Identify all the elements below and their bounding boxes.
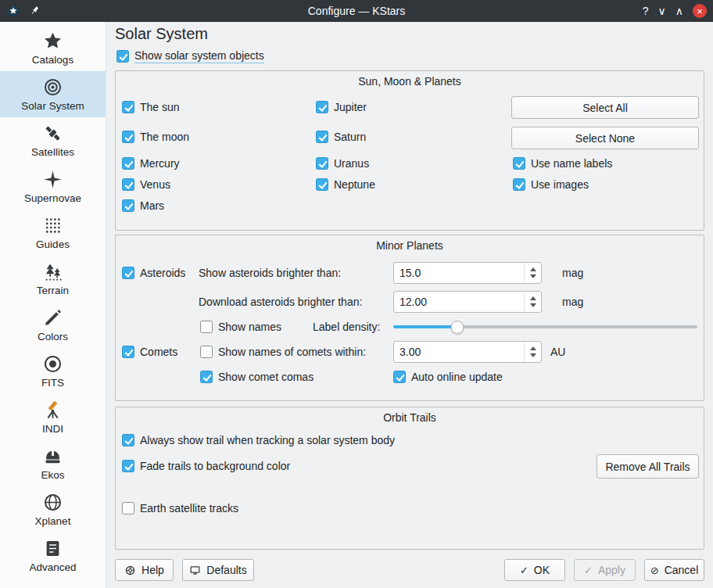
spin-up-arrow[interactable] — [530, 267, 536, 271]
globe-icon — [42, 492, 63, 513]
checkbox-indicator[interactable] — [122, 267, 134, 279]
checkbox-indicator[interactable] — [200, 371, 213, 383]
window-title: Configure — KStars — [0, 5, 713, 17]
download-magnitude-spinbox[interactable]: 12.00 — [393, 291, 542, 313]
asteroid-magnitude-spinbox[interactable]: 15.0 — [393, 262, 542, 284]
show-comet-comas-checkbox[interactable]: Show comet comas — [200, 368, 314, 385]
sidebar-item-guides[interactable]: Guides — [0, 210, 106, 256]
checkbox-indicator[interactable] — [122, 101, 134, 113]
label-density-slider[interactable] — [393, 320, 697, 334]
check-icon: ✓ — [584, 565, 593, 575]
jupiter-checkbox[interactable]: Jupiter — [316, 99, 367, 116]
lens-icon — [42, 353, 63, 375]
mercury-checkbox[interactable]: Mercury — [122, 155, 180, 172]
remove-all-trails-button[interactable]: Remove All Trails — [597, 454, 699, 479]
supernova-icon — [42, 169, 63, 190]
checkbox-indicator[interactable] — [116, 50, 129, 63]
spin-down-arrow[interactable] — [530, 303, 536, 307]
spin-up-arrow[interactable] — [530, 296, 536, 300]
group-title: Minor Planets — [116, 239, 704, 252]
neptune-checkbox[interactable]: Neptune — [316, 176, 375, 193]
sidebar-item-advanced[interactable]: Advanced — [0, 532, 106, 579]
slider-fill — [393, 325, 457, 328]
group-title: Sun, Moon & Planets — [116, 75, 704, 88]
checkbox-indicator[interactable] — [122, 346, 134, 358]
select-all-button[interactable]: Select All — [511, 96, 699, 119]
checkbox-indicator[interactable] — [393, 371, 406, 383]
mag-unit-label: mag — [562, 293, 583, 310]
pin-icon[interactable] — [28, 5, 41, 17]
earth-satellite-tracks-checkbox[interactable]: Earth satellite tracks — [122, 500, 238, 517]
telescope-icon — [42, 400, 63, 421]
checkbox-indicator[interactable] — [316, 101, 328, 113]
comets-checkbox[interactable]: Comets — [122, 343, 177, 360]
checkbox-indicator[interactable] — [316, 131, 328, 143]
solar-system-page: Solar System Show solar system objects S… — [106, 22, 713, 588]
select-none-button[interactable]: Select None — [511, 127, 699, 149]
sidebar-item-catalogs[interactable]: Catalogs — [0, 25, 106, 71]
orbit-trails-group: Orbit Trails Always show trail when trac… — [115, 407, 704, 550]
always-show-trail-checkbox[interactable]: Always show trail when tracking a solar … — [122, 432, 395, 449]
ok-button[interactable]: ✓ OK — [504, 559, 565, 581]
the-sun-checkbox[interactable]: The sun — [122, 99, 180, 116]
sidebar-item-solar-system[interactable]: Solar System — [0, 71, 106, 117]
defaults-button[interactable]: Defaults — [182, 559, 254, 581]
context-help-button[interactable]: ? — [643, 5, 649, 16]
checkbox-indicator[interactable] — [316, 178, 328, 191]
sidebar-item-satellites[interactable]: Satellites — [0, 117, 106, 163]
mars-checkbox[interactable]: Mars — [122, 197, 164, 214]
dotted-guides-icon — [42, 215, 63, 236]
show-names-checkbox[interactable]: Show names — [200, 318, 281, 335]
asteroids-checkbox[interactable]: Asteroids — [122, 264, 185, 281]
checkbox-indicator[interactable] — [122, 131, 134, 143]
slider-handle[interactable] — [450, 321, 464, 334]
titlebar: Configure — KStars ? ∨ ∧ × — [0, 0, 713, 22]
the-moon-checkbox[interactable]: The moon — [122, 128, 189, 145]
spin-down-arrow[interactable] — [530, 274, 536, 278]
saturn-checkbox[interactable]: Saturn — [316, 128, 366, 145]
checkbox-indicator[interactable] — [316, 157, 328, 170]
checkbox-indicator[interactable] — [200, 346, 213, 358]
cancel-icon: ⊘ — [650, 565, 659, 575]
show-solar-system-objects-checkbox[interactable]: Show solar system objects — [116, 48, 264, 65]
sidebar-item-ekos[interactable]: Ekos — [0, 440, 106, 486]
checkbox-indicator[interactable] — [122, 178, 134, 191]
minor-planets-group: Minor Planets Asteroids Show asteroids b… — [115, 235, 704, 401]
checkbox-indicator[interactable] — [122, 502, 134, 514]
sidebar-item-indi[interactable]: INDI — [0, 394, 106, 440]
sidebar-item-supernovae[interactable]: Supernovae — [0, 163, 106, 210]
spin-down-arrow[interactable] — [530, 353, 536, 357]
checkbox-indicator[interactable] — [122, 434, 134, 446]
auto-online-update-checkbox[interactable]: Auto online update — [393, 368, 503, 385]
au-unit-label: AU — [550, 343, 565, 360]
checkbox-indicator[interactable] — [122, 460, 134, 472]
settings-sidebar: Catalogs Solar System Satellites Superno… — [0, 22, 106, 588]
apply-button[interactable]: ✓ Apply — [574, 559, 636, 581]
cancel-button[interactable]: ⊘ Cancel — [644, 559, 704, 581]
sidebar-item-xplanet[interactable]: Xplanet — [0, 486, 106, 532]
sidebar-item-fits[interactable]: FITS — [0, 348, 106, 394]
spin-up-arrow[interactable] — [530, 346, 536, 350]
use-images-checkbox[interactable]: Use images — [513, 176, 589, 193]
checkbox-indicator[interactable] — [122, 157, 134, 170]
venus-checkbox[interactable]: Venus — [122, 176, 170, 193]
trees-icon — [42, 261, 63, 282]
sidebar-item-colors[interactable]: Colors — [0, 302, 106, 348]
checkbox-indicator[interactable] — [122, 199, 134, 212]
download-asteroids-brighter-label: Download asteroids brighter than: — [199, 293, 362, 310]
help-button[interactable]: Help — [115, 559, 174, 581]
comet-distance-spinbox[interactable]: 3.00 — [393, 341, 542, 363]
help-icon — [124, 565, 136, 576]
show-comet-names-within-checkbox[interactable]: Show names of comets within: — [200, 343, 366, 360]
checkbox-indicator[interactable] — [513, 157, 525, 170]
checkbox-indicator[interactable] — [200, 321, 213, 333]
minimize-button[interactable]: ∨ — [658, 5, 666, 16]
use-name-labels-checkbox[interactable]: Use name labels — [513, 155, 612, 172]
fade-trails-checkbox[interactable]: Fade trails to background color — [122, 457, 290, 475]
sidebar-item-terrain[interactable]: Terrain — [0, 256, 106, 302]
label-density-label: Label density: — [313, 318, 380, 335]
maximize-button[interactable]: ∧ — [675, 5, 683, 16]
uranus-checkbox[interactable]: Uranus — [316, 155, 369, 172]
checkbox-indicator[interactable] — [513, 178, 525, 191]
close-button[interactable]: × — [693, 4, 707, 18]
